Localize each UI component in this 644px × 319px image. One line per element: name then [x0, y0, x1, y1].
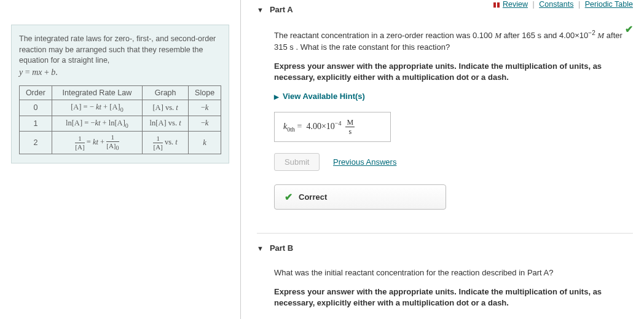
answer-exp: −4 [335, 120, 342, 127]
review-link[interactable]: Review [503, 0, 528, 9]
part-a-title: Part A [270, 5, 293, 14]
top-links: ▮▮Review | Constants | Periodic Table [493, 0, 633, 9]
col-graph: Graph [143, 86, 189, 100]
part-a-body: The reactant concentration in a zero-ord… [257, 18, 633, 216]
intro-text: The integrated rate laws for zero-, firs… [19, 34, 216, 65]
graph-cell: 1[A] vs. t [143, 132, 189, 154]
correct-text: Correct [299, 192, 327, 202]
order-cell: 1 [20, 116, 52, 132]
check-icon: ✔ [625, 23, 633, 35]
slope-cell: −k [189, 100, 221, 116]
q-seg: The reactant concentration in a zero-ord… [274, 31, 495, 40]
part-b-header[interactable]: ▼ Part B [257, 240, 633, 256]
col-law: Integrated Rate Law [52, 86, 142, 100]
part-a-question: The reactant concentration in a zero-ord… [274, 29, 633, 53]
table-row: 1 ln[A] = −kt + ln[A]0 ln[A] vs. t −k [20, 116, 221, 132]
part-divider [257, 233, 633, 234]
col-order: Order [20, 86, 52, 100]
submit-button: Submit [274, 153, 320, 171]
answer-box: k0th = 4.00×10−4 Ms [274, 112, 391, 142]
info-intro: The integrated rate laws for zero-, firs… [19, 34, 221, 78]
action-row: Submit Previous Answers [274, 153, 633, 171]
q-seg: after 165 s and 4.00×10 [501, 31, 588, 40]
col-slope: Slope [189, 86, 221, 100]
caret-down-icon: ▼ [257, 6, 264, 14]
part-b-title: Part B [270, 243, 293, 253]
law-cell: 1[A] = kt + 1[A]0 [52, 132, 142, 154]
slope-cell: k [189, 132, 221, 154]
periodic-link[interactable]: Periodic Table [585, 0, 633, 9]
answer-expression: k0th = 4.00×10−4 Ms [283, 122, 355, 131]
constants-link[interactable]: Constants [539, 0, 573, 9]
order-cell: 0 [20, 100, 52, 116]
law-cell: [A] = − kt + [A]0 [52, 100, 142, 116]
part-b-question: What was the initial reactant concentrat… [274, 267, 633, 279]
check-icon: ✔ [285, 191, 293, 203]
table-row: 2 1[A] = kt + 1[A]0 1[A] vs. t k [20, 132, 221, 154]
answer-value: 4.00×10 [306, 122, 334, 131]
previous-answers-link[interactable]: Previous Answers [333, 157, 396, 167]
graph-cell: [A] vs. t [143, 100, 189, 116]
link-separator: | [578, 0, 580, 9]
table-header-row: Order Integrated Rate Law Graph Slope [20, 86, 221, 100]
table-row: 0 [A] = − kt + [A]0 [A] vs. t −k [20, 100, 221, 116]
part-a-hint-link[interactable]: View Available Hint(s) [274, 92, 365, 101]
flag-icon[interactable]: ▮▮ [493, 1, 500, 9]
link-separator: | [532, 0, 534, 9]
slope-cell: −k [189, 116, 221, 132]
right-panel: ▮▮Review | Constants | Periodic Table ▼ … [241, 0, 644, 319]
left-panel: The integrated rate laws for zero-, firs… [0, 0, 240, 319]
correct-feedback: ✔ Correct [274, 184, 446, 210]
rate-law-table: Order Integrated Rate Law Graph Slope 0 … [19, 85, 221, 154]
part-b-body: What was the initial reactant concentrat… [257, 256, 633, 319]
slope-equation: y = mx + b. [19, 68, 58, 77]
part-b-instructions: Express your answer with the appropriate… [274, 286, 633, 309]
caret-down-icon: ▼ [257, 245, 264, 252]
info-box: The integrated rate laws for zero-, firs… [11, 25, 229, 163]
part-a-instructions: Express your answer with the appropriate… [274, 61, 633, 83]
law-cell: ln[A] = −kt + ln[A]0 [52, 116, 142, 132]
graph-cell: ln[A] vs. t [143, 116, 189, 132]
order-cell: 2 [20, 132, 52, 154]
